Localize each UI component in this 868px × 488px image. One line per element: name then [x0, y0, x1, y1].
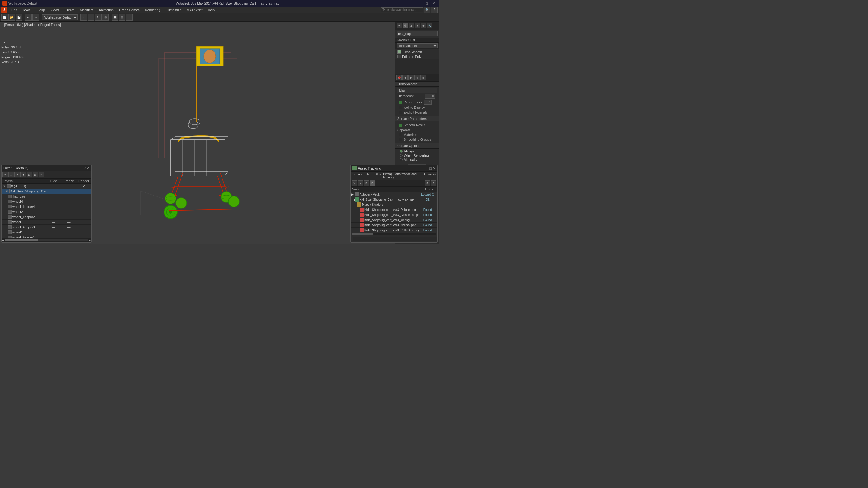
layers-help-button[interactable]: ?: [84, 166, 86, 170]
rotate-btn[interactable]: ↻: [95, 14, 101, 21]
delete-layer-btn[interactable]: ✕: [8, 172, 14, 177]
asset-minimize-btn[interactable]: –: [427, 167, 428, 170]
pin-icon[interactable]: 📌: [396, 75, 402, 80]
ap-menu-options[interactable]: Options: [424, 172, 435, 179]
ap-settings-btn[interactable]: ⚙: [425, 181, 430, 186]
layer-row-4[interactable]: wheel_keeper4 — —: [1, 204, 91, 209]
hierarchy-icon[interactable]: ▲: [409, 23, 414, 28]
align-btn[interactable]: ≡: [126, 14, 133, 21]
asset-row-0[interactable]: ▶ Autodesk Vault Logged O: [350, 192, 437, 197]
manually-row[interactable]: Manually: [400, 158, 435, 162]
menu-customize[interactable]: Customize: [163, 7, 184, 12]
when-rendering-radio[interactable]: [400, 154, 403, 157]
layer-row-5[interactable]: wheel2 — —: [1, 209, 91, 215]
layers-scrollbar-track[interactable]: [5, 239, 88, 241]
undo-btn[interactable]: ↩: [25, 14, 32, 21]
menu-tools[interactable]: Tools: [20, 7, 33, 12]
layer-row-10[interactable]: wheel_keeper1 — —: [1, 235, 91, 238]
modifier-dropdown[interactable]: TurboSmooth: [397, 43, 438, 48]
turbosmooth-title[interactable]: TurboSmooth: [396, 82, 439, 87]
menu-maxscript[interactable]: MAXScript: [184, 7, 205, 12]
asset-row-5[interactable]: Kids_Shopping_cart_var3_ior.png Found: [350, 218, 437, 223]
search-input[interactable]: [381, 7, 423, 12]
asset-scrollbar[interactable]: [352, 233, 436, 235]
always-radio[interactable]: [400, 150, 403, 153]
menu-create[interactable]: Create: [62, 7, 77, 12]
ap-menu-server[interactable]: Server: [352, 172, 362, 179]
layer-row-3[interactable]: wheel4 — —: [1, 199, 91, 204]
asset-row-4[interactable]: Kids_Shopping_cart_var3_Glossiness.png F…: [350, 213, 437, 218]
redo-btn[interactable]: ↪: [32, 14, 39, 21]
scale-btn[interactable]: ⊡: [102, 14, 109, 21]
modifier-turbosmooth[interactable]: TurboSmooth: [396, 50, 439, 54]
iterations-input[interactable]: [425, 94, 435, 98]
menu-help[interactable]: Help: [206, 7, 217, 12]
layer-row-9[interactable]: wheel1 — —: [1, 230, 91, 235]
asset-path-input[interactable]: [353, 237, 437, 241]
make-unique-icon[interactable]: ◈: [414, 75, 420, 80]
modifier-editablepoly[interactable]: Editable Poly: [396, 54, 439, 59]
layer-row-6[interactable]: wheel_keeper2 — —: [1, 215, 91, 220]
search-btn[interactable]: 🔍: [424, 7, 430, 13]
create-icon[interactable]: ✦: [397, 23, 402, 28]
remove-modifier-icon[interactable]: 🗑: [421, 75, 426, 80]
layers-close-button[interactable]: ✕: [87, 166, 90, 170]
layer-row-1[interactable]: ▼ Kid_Size_Shopping_Cart — — —: [1, 189, 91, 194]
snap-btn[interactable]: 🔲: [112, 14, 118, 21]
menu-group[interactable]: Group: [33, 7, 48, 12]
save-btn[interactable]: 💾: [16, 14, 22, 21]
manually-radio[interactable]: [400, 158, 403, 161]
layers-btn6[interactable]: ⊞: [33, 172, 38, 177]
menu-modifiers[interactable]: Modifiers: [78, 7, 96, 12]
menu-edit[interactable]: Edit: [9, 7, 20, 12]
object-name-input[interactable]: [397, 31, 438, 36]
ap-menu-paths[interactable]: Paths: [372, 172, 381, 179]
close-button[interactable]: ✕: [431, 1, 436, 5]
layer-row-2[interactable]: first_bag — —: [1, 194, 91, 199]
main-rollout[interactable]: Main: [397, 88, 437, 93]
move-btn[interactable]: ✛: [88, 14, 94, 21]
modify-icon active[interactable]: ⚙: [403, 23, 408, 28]
update-options-title[interactable]: Update Options: [396, 143, 439, 149]
help-btn[interactable]: ?: [431, 7, 438, 13]
when-rendering-row[interactable]: When Rendering: [400, 153, 435, 158]
minimize-button[interactable]: –: [418, 1, 422, 5]
menu-graph-editors[interactable]: Graph Editors: [117, 7, 142, 12]
maximize-button[interactable]: □: [424, 1, 429, 5]
select-layer-btn[interactable]: ◈: [21, 172, 26, 177]
utilities-icon[interactable]: 🔧: [427, 23, 432, 28]
asset-maximize-btn[interactable]: □: [430, 167, 432, 170]
menu-rendering[interactable]: Rendering: [143, 7, 163, 12]
ap-detail-btn[interactable]: ⊟: [370, 181, 375, 186]
always-row[interactable]: Always: [400, 149, 435, 153]
modifier-enable-turbosmooth[interactable]: [397, 50, 401, 54]
nav2-icon[interactable]: ▶: [408, 75, 414, 80]
isoline-checkbox[interactable]: [399, 106, 402, 109]
asset-row-2[interactable]: ▶ Maps / Shaders: [350, 202, 437, 207]
modifier-enable-editablepoly[interactable]: [397, 55, 401, 59]
smoothing-groups-checkbox[interactable]: [399, 138, 402, 141]
menu-views[interactable]: Views: [48, 7, 61, 12]
smooth-result-checkbox[interactable]: [399, 124, 402, 127]
materials-checkbox[interactable]: [399, 133, 402, 136]
add-to-layer-btn[interactable]: ▼: [14, 172, 20, 177]
ap-menu-file[interactable]: File: [364, 172, 370, 179]
layers-btn7[interactable]: ≡: [38, 172, 44, 177]
ap-list-btn[interactable]: ≡: [358, 181, 363, 186]
explicit-normals-checkbox[interactable]: [399, 111, 402, 114]
layer-row-8[interactable]: wheel_keeper3 — —: [1, 225, 91, 230]
ap-refresh-btn[interactable]: ↻: [352, 181, 357, 186]
layers-scrollbar[interactable]: ◀ ▶: [1, 238, 91, 242]
new-btn[interactable]: 📄: [1, 14, 8, 21]
layer-row-0[interactable]: ▼ 0 (default) ✓: [1, 184, 91, 189]
ap-help2-btn[interactable]: ?: [431, 181, 436, 186]
asset-row-1[interactable]: ▶ Kid_Size_Shopping_Cart_max_vray.max Ok: [350, 197, 437, 202]
ap-thumb-btn[interactable]: ⊞: [364, 181, 369, 186]
workspace-select[interactable]: Workspace: Default: [41, 14, 78, 21]
asset-row-7[interactable]: Kids_Shopping_cart_var3_Reflection.png F…: [350, 228, 437, 233]
nav-icon[interactable]: ◀: [402, 75, 408, 80]
surface-params-title[interactable]: Surface Parameters: [396, 116, 439, 121]
open-btn[interactable]: 📂: [8, 14, 15, 21]
layers-btn5[interactable]: ⊡: [27, 172, 32, 177]
render-iters-checkbox[interactable]: [399, 101, 402, 104]
